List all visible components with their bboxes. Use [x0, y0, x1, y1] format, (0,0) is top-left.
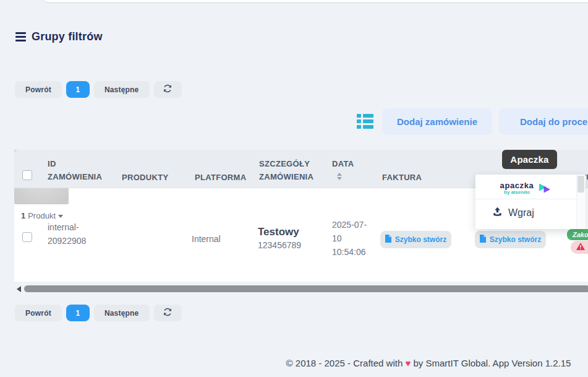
- footer-text-suffix: by SmartIT Global. App Version 1.2.15: [414, 358, 571, 368]
- current-page-button[interactable]: 1: [66, 305, 90, 321]
- list-icon: [357, 114, 373, 118]
- column-products: PRODUKTY: [122, 171, 168, 184]
- prev-page-button[interactable]: Powrót: [15, 81, 62, 98]
- list-view-toggle[interactable]: [357, 114, 373, 129]
- filter-groups-header: Grupy filtrów: [15, 30, 103, 43]
- order-details-cell: Testowy 123456789: [258, 225, 301, 251]
- document-icon: [480, 235, 486, 245]
- product-count-dropdown[interactable]: 1 Produkt: [14, 211, 70, 220]
- platform-value: Internal: [192, 232, 221, 246]
- next-page-button[interactable]: Następne: [94, 81, 150, 98]
- pagination-top: Powrót 1 Następne: [15, 81, 182, 98]
- add-to-process-button[interactable]: Dodaj do procesowania: [499, 108, 588, 135]
- apaczka-logo-title: apaczka: [500, 182, 534, 189]
- delivery-quick-create-button[interactable]: Szybko stwórz: [475, 231, 546, 248]
- document-icon: [385, 235, 391, 245]
- order-details-number: 123456789: [258, 239, 301, 251]
- delivery-provider-dropdown: apaczka by alsendo Wgraj: [475, 175, 586, 229]
- status-done-badge: Zakończone: [567, 229, 588, 240]
- upload-menu-label: Wgraj: [508, 207, 534, 219]
- horizontal-scrollbar[interactable]: [24, 285, 588, 292]
- prev-page-button[interactable]: Powrót: [15, 305, 62, 321]
- filter-groups-title: Grupy filtrów: [32, 30, 103, 43]
- status-warning-badge: 1: [571, 241, 588, 254]
- dropdown-scrollbar-thumb[interactable]: [577, 176, 584, 193]
- current-page-button[interactable]: 1: [66, 81, 90, 98]
- date-sort-icon[interactable]: [337, 173, 342, 180]
- refresh-icon: [163, 307, 173, 319]
- warning-icon: [576, 243, 585, 252]
- apaczka-logo-mark-icon: [538, 181, 552, 196]
- apaczka-tooltip: Apaczka: [502, 150, 557, 169]
- upload-icon: [492, 207, 503, 219]
- column-order-details: SZCZEGÓŁY ZAMÓWIENIA: [259, 157, 321, 183]
- collapsed-panel-edge: [42, 0, 588, 3]
- column-invoice: FAKTURA: [382, 171, 422, 184]
- menu-icon[interactable]: [15, 32, 26, 41]
- order-id-value: internal-20922908: [48, 220, 108, 248]
- delivery-quick-create-label: Szybko stwórz: [490, 235, 541, 244]
- product-count-label: Produkt: [28, 211, 56, 220]
- upload-menu-item[interactable]: Wgraj: [475, 199, 576, 225]
- refresh-button[interactable]: [154, 305, 182, 321]
- footer-copyright: © 2018 - 2025 - Crafted with ♥ by SmartI…: [269, 358, 588, 368]
- order-date-value: 2025-07-10 10:54:06: [332, 218, 373, 259]
- column-platform: PLATFORMA: [195, 171, 246, 184]
- column-order-id: ID ZAMÓWIENIA: [48, 157, 106, 183]
- pagination-bottom: Powrót 1 Następne: [15, 305, 182, 321]
- column-date: DATA: [332, 157, 354, 170]
- next-page-button[interactable]: Następne: [94, 305, 150, 321]
- refresh-icon: [163, 84, 173, 95]
- dropdown-scrollbar-track[interactable]: [576, 175, 586, 229]
- invoice-quick-create-button[interactable]: Szybko stwórz: [380, 231, 451, 248]
- chevron-down-icon: [58, 215, 63, 218]
- apaczka-logo: apaczka by alsendo: [475, 175, 576, 199]
- footer-text-prefix: © 2018 - 2025 - Crafted with: [286, 358, 403, 368]
- scroll-left-arrow[interactable]: [17, 286, 21, 292]
- apaczka-logo-subtitle: by alsendo: [500, 189, 534, 195]
- orders-page: Grupy filtrów Powrót 1 Następne Dodaj za…: [0, 0, 588, 377]
- invoice-quick-create-label: Szybko stwórz: [395, 235, 446, 244]
- heart-icon: ♥: [405, 358, 411, 368]
- select-all-checkbox[interactable]: [22, 170, 32, 180]
- product-count-value: 1: [21, 211, 25, 220]
- add-order-button[interactable]: Dodaj zamówienie: [382, 108, 492, 135]
- row-checkbox[interactable]: [22, 232, 32, 242]
- order-details-title: Testowy: [258, 225, 301, 238]
- refresh-button[interactable]: [154, 81, 182, 98]
